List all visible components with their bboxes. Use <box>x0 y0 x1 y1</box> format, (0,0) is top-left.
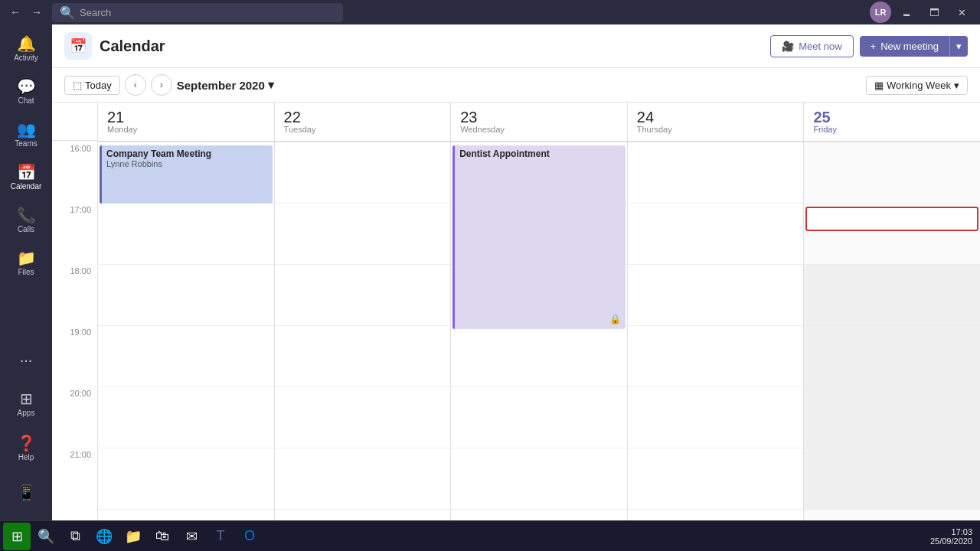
sidebar-item-help[interactable]: ❓ Help <box>5 427 47 470</box>
day-num-22: 22 <box>284 109 301 125</box>
sidebar-bottom: ··· ⊞ Apps ❓ Help 📱 <box>5 338 47 517</box>
sidebar-item-chat-label: Chat <box>18 96 34 105</box>
day-name-thursday: Thursday <box>637 125 672 134</box>
day-col-tuesday[interactable] <box>275 142 452 520</box>
taskbar-right: 17:0325/09/2020 <box>926 527 977 546</box>
activity-icon: 🔔 <box>17 36 36 51</box>
tuesday-row-1700 <box>275 204 451 265</box>
sidebar-item-activity[interactable]: 🔔 Activity <box>5 28 47 70</box>
calendar-header-left: 📅 Calendar <box>64 32 165 60</box>
sidebar-item-mobile[interactable]: 📱 <box>5 471 47 514</box>
thursday-row-1700 <box>628 204 804 265</box>
event-subtitle: Lynne Robbins <box>106 159 268 168</box>
view-mode-icon: ▦ <box>874 80 884 91</box>
sidebar-item-apps[interactable]: ⊞ Apps <box>5 383 47 425</box>
thursday-row-1800 <box>628 265 804 326</box>
day-name-friday: Friday <box>813 125 837 134</box>
new-meeting-arrow-button[interactable]: ▾ <box>949 36 968 57</box>
sidebar-item-calls[interactable]: 📞 Calls <box>5 199 47 242</box>
calendar-header-right: 🎥 Meet now + New meeting ▾ <box>770 35 968 57</box>
today-label: Today <box>85 80 112 91</box>
taskbar-mail-button[interactable]: ✉ <box>178 523 205 550</box>
days-header: 21 Monday 22 Tuesday 23 Wednesday 24 Thu… <box>98 103 980 142</box>
mobile-icon: 📱 <box>17 485 36 500</box>
wednesday-row-1900 <box>451 326 627 387</box>
calendar-header: 📅 Calendar 🎥 Meet now + New meeting ▾ <box>52 24 980 68</box>
day-name-monday: Monday <box>107 125 137 134</box>
time-slot-1800: 18:00 <box>52 263 97 324</box>
start-button[interactable]: ⊞ <box>3 523 31 550</box>
taskbar-files-button[interactable]: 📁 <box>119 523 147 550</box>
day-num-21: 21 <box>107 109 124 125</box>
sidebar-item-files[interactable]: 📁 Files <box>5 242 47 285</box>
time-slot-2000: 20:00 <box>52 386 97 447</box>
apps-icon: ⊞ <box>20 391 33 406</box>
new-meeting-button[interactable]: + New meeting <box>860 36 949 57</box>
time-slot-1700: 17:00 <box>52 202 97 263</box>
close-button[interactable]: ✕ <box>949 3 974 21</box>
title-bar: ← → 🔍 LR 🗕 🗖 ✕ <box>0 0 980 24</box>
prev-week-button[interactable]: ‹ <box>125 74 146 96</box>
day-header-wednesday: 23 Wednesday <box>451 103 628 141</box>
avatar[interactable]: LR <box>870 2 891 23</box>
today-button[interactable]: ⬚ Today <box>64 76 120 95</box>
main-content: 📅 Calendar 🎥 Meet now + New meeting ▾ <box>52 24 980 520</box>
event-dentist-appointment[interactable]: Dentist Appointment 🔒 <box>452 145 626 329</box>
app-body: 🔔 Activity 💬 Chat 👥 Teams 📅 Calendar 📞 C… <box>0 24 980 520</box>
day-col-thursday[interactable] <box>628 142 805 520</box>
calendar-nav-right: ▦ Working Week ▾ <box>866 76 968 95</box>
search-input[interactable] <box>80 7 335 18</box>
meet-now-label: Meet now <box>799 41 841 52</box>
tuesday-row-2100 <box>275 448 451 510</box>
plus-icon: + <box>871 41 877 52</box>
day-col-monday[interactable]: Company Team Meeting Lynne Robbins <box>98 142 275 520</box>
calls-icon: 📞 <box>17 207 36 223</box>
teams-icon: 👥 <box>17 122 36 137</box>
calendar-icon: 📅 <box>17 165 36 180</box>
sidebar-item-apps-label: Apps <box>18 409 35 417</box>
day-col-wednesday[interactable]: Dentist Appointment 🔒 <box>451 142 628 520</box>
thursday-row-2100 <box>628 448 804 510</box>
taskbar-store-button[interactable]: 🛍 <box>149 523 176 550</box>
friday-row-1600 <box>804 142 980 204</box>
event-company-team-meeting[interactable]: Company Team Meeting Lynne Robbins <box>100 145 273 204</box>
taskbar-outlook-button[interactable]: O <box>236 523 263 550</box>
search-bar[interactable]: 🔍 <box>52 3 343 22</box>
new-meeting-group: + New meeting ▾ <box>860 36 968 57</box>
time-slot-2100: 21:00 <box>52 447 97 508</box>
minimize-button[interactable]: 🗕 <box>894 3 919 21</box>
time-slot-1600: 16:00 <box>52 141 97 202</box>
sidebar-item-chat[interactable]: 💬 Chat <box>5 70 47 113</box>
title-bar-left: ← → 🔍 <box>6 3 343 22</box>
thursday-row-2000 <box>628 387 804 448</box>
taskbar-teams-button[interactable]: T <box>207 523 234 550</box>
back-button[interactable]: ← <box>6 3 24 21</box>
sidebar-item-more[interactable]: ··· <box>5 338 47 381</box>
taskbar-edge-button[interactable]: 🌐 <box>90 523 118 550</box>
friday-row-1800 <box>804 265 980 326</box>
day-header-thursday: 24 Thursday <box>628 103 805 141</box>
page-title: Calendar <box>100 37 165 55</box>
meet-now-icon: 🎥 <box>782 41 794 52</box>
tuesday-row-1800 <box>275 265 451 326</box>
maximize-button[interactable]: 🗖 <box>922 3 946 21</box>
sidebar-item-calls-label: Calls <box>18 225 34 233</box>
tuesday-row-1900 <box>275 326 451 387</box>
taskbar-search-button[interactable]: 🔍 <box>32 523 60 550</box>
view-mode-button[interactable]: ▦ Working Week ▾ <box>866 76 968 95</box>
thursday-row-1600 <box>628 142 804 204</box>
meet-now-button[interactable]: 🎥 Meet now <box>770 35 853 57</box>
next-week-button[interactable]: › <box>151 74 172 96</box>
sidebar-item-calendar[interactable]: 📅 Calendar <box>5 156 47 199</box>
sidebar-item-teams[interactable]: 👥 Teams <box>5 113 47 156</box>
tuesday-row-1600 <box>275 142 451 204</box>
day-col-friday[interactable] <box>804 142 980 520</box>
month-label[interactable]: September 2020 ▾ <box>177 78 274 92</box>
taskbar-taskview-button[interactable]: ⧉ <box>61 523 89 550</box>
new-meeting-label: New meeting <box>880 41 939 52</box>
wednesday-row-2000 <box>451 387 627 448</box>
monday-row-1900 <box>98 326 274 387</box>
sidebar: 🔔 Activity 💬 Chat 👥 Teams 📅 Calendar 📞 C… <box>0 24 52 520</box>
forward-button[interactable]: → <box>28 3 46 21</box>
more-icon: ··· <box>20 352 33 367</box>
